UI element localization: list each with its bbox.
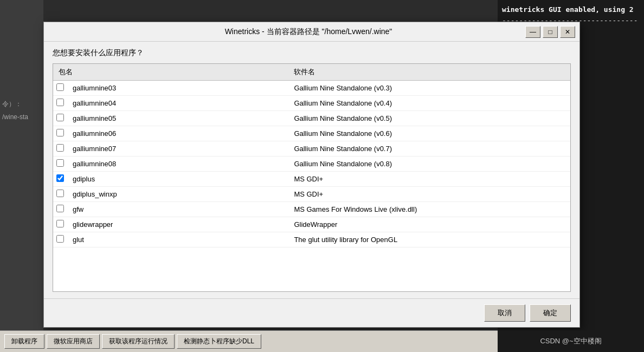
winetricks-dialog: Winetricks - 当前容器路径是 "/home/Lvwen/.wine"… (43, 22, 580, 328)
dialog-titlebar: Winetricks - 当前容器路径是 "/home/Lvwen/.wine"… (44, 22, 579, 42)
software-name: MS GDI+ (288, 172, 570, 187)
software-name: Gallium Nine Standalone (v0.5) (288, 111, 570, 126)
pkg-name: glidewrapper (67, 217, 288, 232)
row-checkbox[interactable] (56, 114, 64, 121)
close-button[interactable]: ✕ (560, 26, 575, 38)
table-row[interactable]: galliumnine08Gallium Nine Standalone (v0… (53, 157, 570, 172)
table-row[interactable]: glutThe glut utility library for OpenGL (53, 232, 570, 247)
package-table: 包名 软件名 galliumnine03Gallium Nine Standal… (53, 64, 570, 247)
minimize-button[interactable]: — (525, 26, 540, 38)
taskbar-appstore[interactable]: 微软应用商店 (47, 334, 100, 349)
row-checkbox[interactable] (56, 235, 64, 243)
col-header-pkg: 包名 (53, 64, 288, 81)
row-checkbox[interactable] (56, 174, 64, 182)
terminal-line-1: winetricks GUI enabled, using 2 (502, 4, 640, 15)
checkbox-cell (53, 81, 67, 96)
table-row[interactable]: gdiplus_winxpMS GDI+ (53, 187, 570, 202)
software-name: Gallium Nine Standalone (v0.3) (288, 81, 570, 96)
table-row[interactable]: galliumnine04Gallium Nine Standalone (v0… (53, 96, 570, 111)
checkbox-cell (53, 96, 67, 111)
checkbox-cell (53, 172, 67, 187)
taskbar-runtime-info[interactable]: 获取该程序运行情况 (102, 334, 175, 349)
software-name: MS Games For Windows Live (xlive.dll) (288, 202, 570, 217)
software-name: Gallium Nine Standalone (v0.4) (288, 96, 570, 111)
titlebar-controls: — □ ✕ (525, 26, 575, 38)
sidebar-panel: 令）： /wine-sta (0, 0, 43, 352)
dialog-content: 您想要安装什么应用程序？ 包名 软件名 galliumnine03Gallium… (44, 42, 579, 298)
software-name: Gallium Nine Standalone (v0.8) (288, 157, 570, 172)
dialog-question: 您想要安装什么应用程序？ (53, 48, 571, 58)
pkg-name: galliumnine04 (67, 96, 288, 111)
checkbox-cell (53, 202, 67, 217)
row-checkbox[interactable] (56, 205, 64, 212)
pkg-name: glut (67, 232, 288, 247)
table-row[interactable]: galliumnine05Gallium Nine Standalone (v0… (53, 111, 570, 126)
pkg-name: gdiplus (67, 172, 288, 187)
pkg-name: gdiplus_winxp (67, 187, 288, 202)
software-name: MS GDI+ (288, 187, 570, 202)
csdn-watermark: CSDN @~空中楼阁 (498, 330, 644, 352)
table-row[interactable]: galliumnine03Gallium Nine Standalone (v0… (53, 81, 570, 96)
ok-button[interactable]: 确定 (530, 304, 571, 322)
sidebar-text-2: /wine-sta (2, 110, 41, 123)
taskbar-uninstall[interactable]: 卸载程序 (4, 334, 44, 349)
checkbox-cell (53, 187, 67, 202)
software-name: Gallium Nine Standalone (v0.6) (288, 126, 570, 141)
table-header-row: 包名 软件名 (53, 64, 570, 81)
software-name: The glut utility library for OpenGL (288, 232, 570, 247)
software-name: Gallium Nine Standalone (v0.7) (288, 141, 570, 157)
dialog-footer: 取消 确定 (44, 298, 579, 327)
taskbar: 卸载程序 微软应用商店 获取该程序运行情况 检测静态卜程序缺少DLL (0, 330, 504, 352)
maximize-button[interactable]: □ (543, 26, 558, 38)
row-checkbox[interactable] (56, 83, 64, 91)
row-checkbox[interactable] (56, 129, 64, 136)
pkg-name: galliumnine05 (67, 111, 288, 126)
col-header-name: 软件名 (288, 64, 570, 81)
pkg-name: galliumnine07 (67, 141, 288, 157)
table-row[interactable]: galliumnine06Gallium Nine Standalone (v0… (53, 126, 570, 141)
pkg-name: galliumnine06 (67, 126, 288, 141)
checkbox-cell (53, 111, 67, 126)
cancel-button[interactable]: 取消 (484, 304, 525, 322)
row-checkbox[interactable] (56, 159, 64, 167)
checkbox-cell (53, 157, 67, 172)
pkg-name: gfw (67, 202, 288, 217)
table-row[interactable]: galliumnine07Gallium Nine Standalone (v0… (53, 141, 570, 157)
sidebar-text-1: 令）： (2, 97, 41, 110)
taskbar-detect-dll[interactable]: 检测静态卜程序缺少DLL (177, 334, 261, 349)
csdn-text: CSDN @~空中楼阁 (540, 336, 601, 346)
checkbox-cell (53, 141, 67, 157)
checkbox-cell (53, 126, 67, 141)
table-row[interactable]: gdiplusMS GDI+ (53, 172, 570, 187)
pkg-name: galliumnine03 (67, 81, 288, 96)
software-name: GlideWrapper (288, 217, 570, 232)
table-row[interactable]: glidewrapperGlideWrapper (53, 217, 570, 232)
row-checkbox[interactable] (56, 220, 64, 227)
dialog-title: Winetricks - 当前容器路径是 "/home/Lvwen/.wine" (92, 27, 525, 37)
pkg-name: galliumnine08 (67, 157, 288, 172)
checkbox-cell (53, 217, 67, 232)
package-table-container[interactable]: 包名 软件名 galliumnine03Gallium Nine Standal… (53, 63, 571, 292)
checkbox-cell (53, 232, 67, 247)
row-checkbox[interactable] (56, 190, 64, 197)
table-row[interactable]: gfwMS Games For Windows Live (xlive.dll) (53, 202, 570, 217)
row-checkbox[interactable] (56, 144, 64, 152)
row-checkbox[interactable] (56, 99, 64, 106)
